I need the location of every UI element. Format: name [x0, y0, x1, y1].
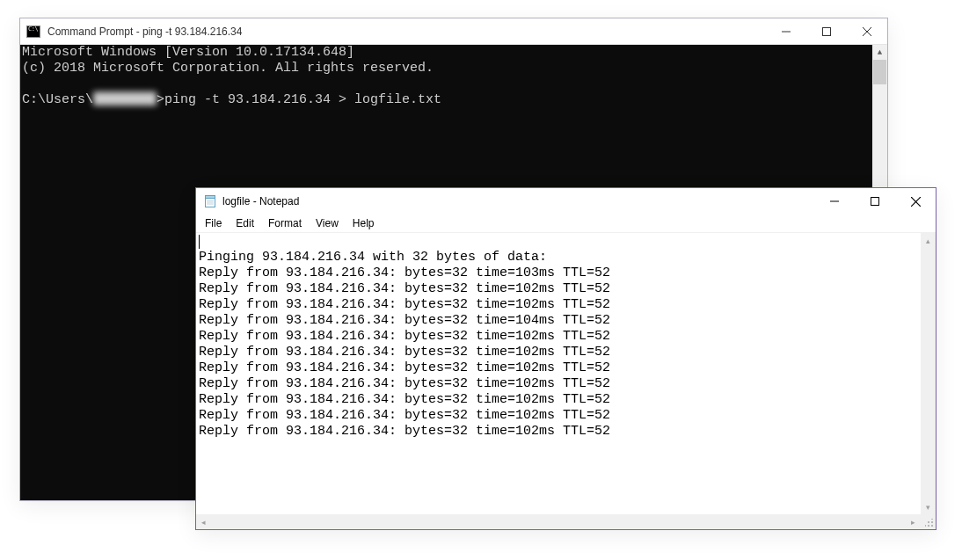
notepad-titlebar[interactable]: logfile - Notepad — [196, 188, 936, 215]
svg-rect-1 — [823, 27, 831, 35]
cmd-line-version: Microsoft Windows [Version 10.0.17134.64… — [22, 45, 354, 60]
text-cursor — [199, 235, 200, 249]
resize-grip-icon[interactable] — [921, 514, 936, 529]
close-button[interactable] — [847, 18, 887, 44]
menu-file[interactable]: File — [198, 215, 229, 231]
svg-rect-5 — [206, 196, 215, 199]
notepad-horizontal-scrollbar[interactable]: ◂ ▸ — [196, 514, 921, 529]
cmd-prompt-username-redacted: ████████ — [93, 92, 157, 108]
scrollbar-thumb[interactable] — [873, 60, 886, 84]
menu-format[interactable]: Format — [261, 215, 309, 231]
scroll-down-arrow-icon[interactable]: ▾ — [921, 499, 936, 514]
cmd-output: Microsoft Windows [Version 10.0.17134.64… — [20, 45, 887, 108]
scroll-up-arrow-icon[interactable]: ▴ — [921, 233, 936, 248]
minimize-button[interactable] — [814, 188, 855, 215]
maximize-button[interactable] — [806, 18, 847, 44]
cmd-prompt-suffix: > — [157, 92, 164, 107]
command-prompt-icon — [26, 25, 40, 38]
maximize-button[interactable] — [855, 188, 895, 215]
close-button[interactable] — [895, 188, 936, 215]
cmd-prompt-command: ping -t 93.184.216.34 > logfile.txt — [164, 92, 441, 107]
cmd-prompt-prefix: C:\Users\ — [22, 92, 93, 107]
notepad-window-title: logfile - Notepad — [222, 195, 299, 207]
menu-view[interactable]: View — [309, 215, 346, 231]
notepad-vertical-scrollbar[interactable]: ▴ ▾ — [921, 233, 936, 514]
notepad-text-area[interactable]: Pinging 93.184.216.34 with 32 bytes of d… — [196, 232, 936, 529]
notepad-menubar: File Edit Format View Help — [196, 215, 936, 232]
cmd-window-controls — [766, 18, 887, 44]
menu-edit[interactable]: Edit — [229, 215, 261, 231]
cmd-window-title: Command Prompt - ping -t 93.184.216.34 — [47, 25, 242, 38]
svg-rect-10 — [871, 198, 879, 206]
scroll-up-arrow-icon[interactable]: ▲ — [872, 45, 887, 60]
notepad-window-controls — [814, 188, 936, 215]
cmd-titlebar[interactable]: Command Prompt - ping -t 93.184.216.34 — [20, 18, 887, 45]
notepad-icon — [203, 194, 217, 208]
notepad-window: logfile - Notepad File Edit Format View … — [195, 187, 936, 530]
scroll-left-arrow-icon[interactable]: ◂ — [196, 514, 211, 529]
notepad-text-content[interactable]: Pinging 93.184.216.34 with 32 bytes of d… — [196, 233, 936, 440]
cmd-line-copyright: (c) 2018 Microsoft Corporation. All righ… — [22, 61, 434, 76]
scroll-right-arrow-icon[interactable]: ▸ — [906, 514, 921, 529]
menu-help[interactable]: Help — [346, 215, 382, 231]
minimize-button[interactable] — [766, 18, 806, 44]
